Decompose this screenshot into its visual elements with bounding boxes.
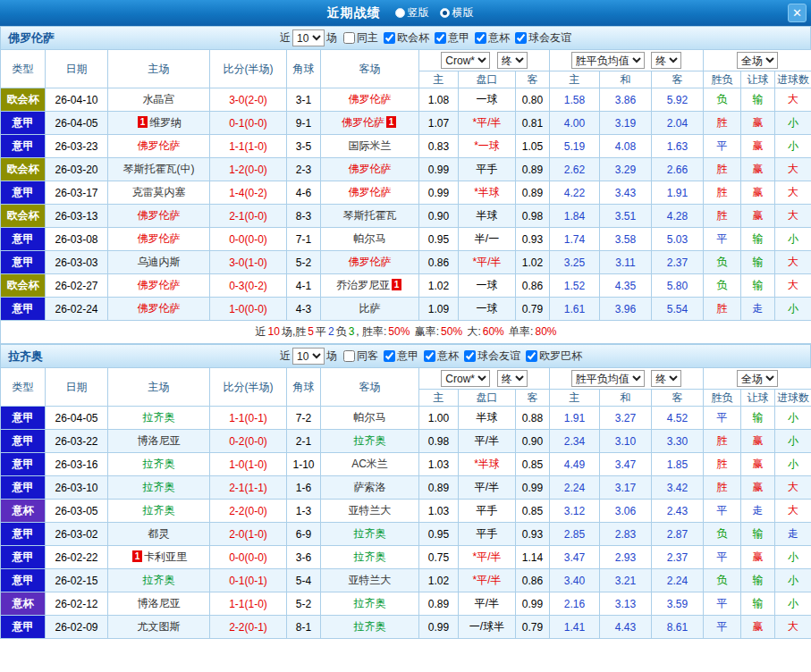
match-row: 意甲26-03-22博洛尼亚0-2(0-0)2-1拉齐奥0.98平/半0.902… — [1, 430, 811, 453]
filter-label: 欧会杯 — [397, 30, 429, 46]
avg-home-cell: 2.16 — [550, 592, 600, 616]
avg-home-cell: 1.41 — [550, 616, 600, 639]
filter-checkbox[interactable]: 球会友谊 — [460, 349, 520, 364]
radio-selected-icon[interactable] — [440, 8, 450, 18]
recent-results-window: 近期战绩 竖版 横版 ✕ 佛罗伦萨 近 10 场 同主欧会杯意甲意杯球会友谊 — [0, 0, 811, 639]
away-team-cell: 亚特兰大 — [321, 500, 419, 523]
team-name: 佛罗伦萨 — [1, 30, 280, 46]
odds-group-header: Crow* 终 — [419, 50, 550, 71]
score-cell: 1-1(1-0) — [210, 592, 287, 616]
score-cell: 1-0(1-0) — [210, 453, 287, 476]
handicap-cell: *平/半 — [459, 251, 516, 274]
checkbox-input[interactable] — [384, 32, 395, 44]
checkbox-input[interactable] — [526, 350, 537, 362]
avg-type-select[interactable]: 胜平负均值 — [571, 52, 645, 69]
near-label: 近 — [280, 349, 291, 364]
filter-checkbox[interactable]: 意杯 — [470, 30, 510, 46]
filter-checkbox[interactable]: 意杯 — [419, 349, 459, 364]
corners-cell: 2-3 — [287, 158, 321, 181]
checkbox-input[interactable] — [384, 350, 395, 362]
handicap-cell: 平/半 — [459, 430, 516, 453]
filter-checkbox[interactable]: 球会友谊 — [511, 30, 571, 46]
odds-company-select[interactable]: Crow* — [441, 52, 490, 69]
away-odds-cell: 1.14 — [516, 546, 550, 569]
match-row: 欧会杯26-02-27佛罗伦萨0-3(0-2)4-1乔治罗尼亚11.02一球0.… — [1, 274, 811, 298]
col-goals: 进球数 — [775, 71, 811, 88]
home-odds-cell: 0.99 — [419, 616, 459, 639]
checkbox-input[interactable] — [435, 32, 446, 44]
filter-checkbox[interactable]: 同主 — [339, 30, 378, 46]
games-count-select[interactable]: 10 — [292, 348, 325, 365]
red-card-badge: 1 — [132, 550, 142, 562]
avg-type-select[interactable]: 胜平负均值 — [571, 370, 645, 387]
summary-part: 50% — [441, 325, 462, 338]
avg-home-cell: 2.62 — [550, 158, 600, 181]
handicap-result-cell: 赢 — [741, 546, 775, 569]
checkbox-input[interactable] — [515, 32, 527, 44]
radio-horizontal-layout[interactable]: 横版 — [440, 5, 474, 21]
checkbox-input[interactable] — [424, 350, 435, 362]
avg-draw-cell: 3.86 — [600, 88, 652, 112]
corners-cell: 6-9 — [287, 523, 321, 546]
col-odds-away: 客 — [516, 71, 550, 88]
corners-cell: 3-5 — [287, 135, 321, 158]
col-handicap-result: 让球 — [741, 71, 775, 88]
away-team-cell: 佛罗伦萨1 — [321, 112, 419, 135]
radio-icon[interactable] — [395, 8, 405, 18]
checkbox-input[interactable] — [475, 32, 486, 44]
odds-final-select[interactable]: 终 — [497, 52, 528, 69]
date-cell: 26-03-05 — [46, 500, 108, 523]
close-icon[interactable]: ✕ — [788, 4, 807, 22]
avg-home-cell: 3.12 — [550, 500, 600, 523]
result-cell: 胜 — [704, 158, 741, 181]
handicap-cell: 半球 — [459, 407, 516, 430]
avg-final-select[interactable]: 终 — [651, 370, 681, 387]
home-odds-cell: 1.02 — [419, 274, 459, 298]
radio-vertical-layout[interactable]: 竖版 — [395, 5, 429, 21]
avg-away-cell: 3.42 — [652, 476, 704, 500]
date-cell: 26-03-17 — [46, 181, 108, 205]
avg-draw-cell: 2.83 — [600, 523, 652, 546]
checkbox-input[interactable] — [343, 350, 355, 362]
section-header: 佛罗伦萨 近 10 场 同主欧会杯意甲意杯球会友谊 — [0, 26, 811, 49]
filter-checkbox[interactable]: 欧会杯 — [379, 30, 429, 46]
odds-final-select[interactable]: 终 — [497, 370, 528, 387]
corners-cell: 9-1 — [287, 112, 321, 135]
checkbox-input[interactable] — [343, 32, 355, 44]
filter-checkbox[interactable]: 同客 — [339, 349, 378, 364]
score-cell: 3-0(1-0) — [210, 251, 287, 274]
avg-away-cell: 4.28 — [652, 205, 704, 228]
avg-home-cell: 1.52 — [550, 274, 600, 298]
avg-draw-cell: 3.58 — [600, 228, 652, 251]
corners-cell: 4-3 — [287, 298, 321, 321]
red-card-badge: 1 — [138, 116, 148, 128]
scope-select[interactable]: 全场 — [737, 52, 778, 69]
away-odds-cell: 1.05 — [516, 135, 550, 158]
games-count-select[interactable]: 10 — [292, 29, 325, 46]
col-odds-away: 客 — [516, 390, 550, 407]
avg-away-cell: 2.37 — [652, 546, 704, 569]
avg-final-select[interactable]: 终 — [651, 52, 681, 69]
handicap-result-cell: 赢 — [741, 430, 775, 453]
corners-cell: 8-1 — [287, 616, 321, 639]
date-cell: 26-03-13 — [46, 205, 108, 228]
avg-draw-cell: 3.43 — [600, 181, 652, 205]
match-row: 欧会杯26-03-20琴斯托霍瓦(中)1-2(0-0)2-3佛罗伦萨0.99平手… — [1, 158, 811, 181]
odds-company-select[interactable]: Crow* — [441, 370, 490, 387]
avg-away-cell: 2.37 — [652, 251, 704, 274]
filter-checkbox[interactable]: 意甲 — [430, 30, 469, 46]
result-cell: 平 — [704, 135, 741, 158]
goals-cell: 小 — [775, 592, 811, 616]
avg-home-cell: 2.34 — [550, 430, 600, 453]
summary-part: 2 — [328, 325, 334, 338]
filter-checkbox[interactable]: 意甲 — [379, 349, 418, 364]
score-cell: 2-0(1-0) — [210, 523, 287, 546]
checkbox-input[interactable] — [464, 350, 476, 362]
league-cell: 意甲 — [1, 228, 46, 251]
home-odds-cell: 0.99 — [419, 181, 459, 205]
goals-cell: 大 — [775, 181, 811, 205]
near-label: 近 — [280, 30, 291, 46]
filter-checkbox[interactable]: 欧罗巴杯 — [521, 349, 582, 364]
away-team-cell: 琴斯托霍瓦 — [321, 205, 419, 228]
scope-select[interactable]: 全场 — [737, 370, 778, 387]
